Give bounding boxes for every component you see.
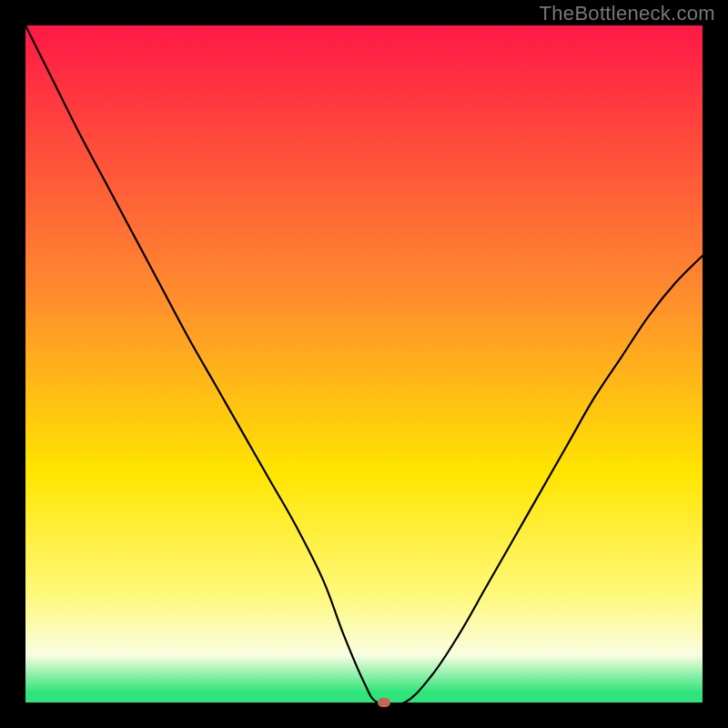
curve-layer [25, 25, 703, 703]
chart-frame: TheBottleneck.com [0, 0, 728, 728]
selected-balance-marker [378, 698, 390, 707]
bottleneck-curve [25, 25, 703, 706]
attribution-text: TheBottleneck.com [540, 2, 715, 25]
plot-area [25, 25, 703, 703]
